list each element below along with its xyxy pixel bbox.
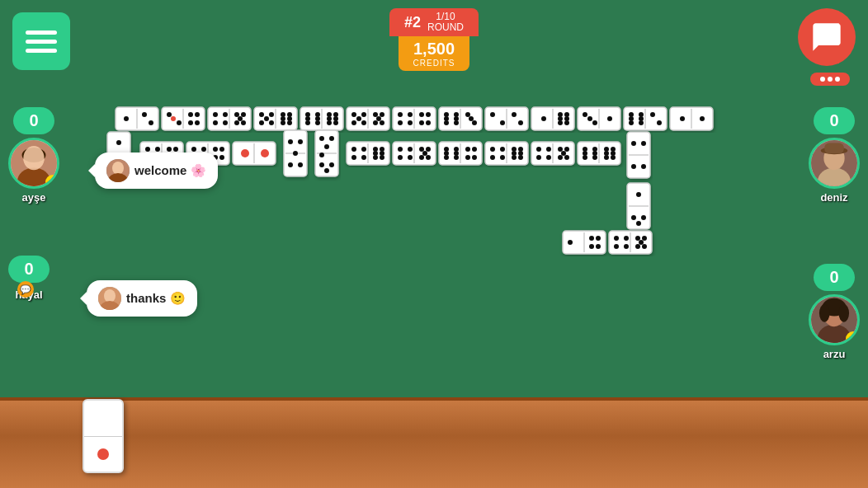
player-arzu: 0 ⭐ arzu bbox=[809, 264, 860, 360]
svg-point-219 bbox=[465, 155, 470, 160]
menu-button[interactable] bbox=[12, 12, 70, 70]
tray-domino-pip bbox=[97, 448, 109, 460]
svg-point-90 bbox=[398, 120, 403, 125]
svg-point-136 bbox=[650, 112, 655, 117]
svg-point-53 bbox=[264, 116, 269, 121]
svg-point-158 bbox=[191, 147, 196, 152]
svg-point-25 bbox=[142, 112, 147, 117]
tray-domino[interactable] bbox=[83, 399, 124, 473]
svg-point-26 bbox=[149, 120, 153, 125]
svg-point-81 bbox=[373, 112, 378, 117]
svg-point-274 bbox=[596, 236, 601, 241]
svg-point-237 bbox=[536, 155, 541, 160]
svg-point-184 bbox=[329, 162, 334, 167]
svg-point-40 bbox=[213, 120, 218, 125]
svg-point-58 bbox=[281, 120, 285, 125]
svg-point-121 bbox=[564, 120, 569, 125]
svg-point-181 bbox=[324, 144, 329, 149]
svg-point-21 bbox=[838, 304, 849, 322]
arzu-avatar: ⭐ bbox=[809, 294, 860, 345]
svg-point-105 bbox=[469, 116, 474, 121]
ayse-name: ayşe bbox=[22, 191, 46, 204]
svg-point-236 bbox=[546, 147, 551, 152]
player-hayal: 0 30 💬 hayal bbox=[8, 256, 50, 301]
svg-point-273 bbox=[589, 236, 594, 241]
svg-point-159 bbox=[201, 147, 206, 152]
svg-point-32 bbox=[188, 112, 193, 117]
svg-point-82 bbox=[380, 112, 384, 117]
credits-value: 1,500 bbox=[413, 40, 455, 59]
svg-point-24 bbox=[124, 116, 129, 121]
svg-point-240 bbox=[564, 147, 569, 152]
deniz-avatar bbox=[809, 138, 860, 189]
svg-point-201 bbox=[408, 147, 413, 152]
svg-point-110 bbox=[500, 120, 505, 125]
svg-point-203 bbox=[408, 155, 413, 160]
svg-point-103 bbox=[454, 120, 459, 125]
dot-2 bbox=[828, 77, 833, 82]
svg-point-179 bbox=[319, 136, 324, 141]
svg-point-279 bbox=[614, 236, 619, 241]
svg-point-276 bbox=[596, 244, 601, 249]
round-text: 1/10 ROUND bbox=[427, 12, 464, 33]
svg-point-215 bbox=[444, 155, 449, 160]
svg-rect-12 bbox=[824, 143, 843, 154]
svg-point-176 bbox=[293, 151, 298, 156]
svg-point-286 bbox=[635, 244, 640, 249]
svg-point-256 bbox=[604, 155, 609, 160]
svg-point-93 bbox=[426, 112, 431, 117]
more-button[interactable] bbox=[810, 73, 850, 86]
svg-point-206 bbox=[422, 151, 427, 156]
menu-bar-3 bbox=[26, 49, 57, 53]
svg-point-84 bbox=[380, 120, 384, 125]
ayse-score: 0 bbox=[13, 107, 54, 134]
round-display: #2 1/10 ROUND 1,500 CREDITS bbox=[389, 8, 479, 71]
svg-point-144 bbox=[116, 140, 121, 145]
dominoes-area bbox=[91, 99, 784, 379]
svg-point-51 bbox=[259, 120, 264, 125]
svg-point-242 bbox=[558, 155, 563, 160]
svg-point-287 bbox=[642, 244, 647, 249]
svg-point-88 bbox=[398, 112, 403, 117]
svg-point-216 bbox=[454, 155, 459, 160]
svg-point-250 bbox=[583, 155, 587, 160]
svg-point-275 bbox=[589, 244, 594, 249]
svg-point-175 bbox=[298, 162, 303, 167]
svg-point-111 bbox=[512, 112, 517, 117]
game-board: #2 1/10 ROUND 1,500 CREDITS 0 bbox=[0, 0, 868, 488]
credits-label: CREDITS bbox=[413, 59, 455, 68]
hayal-chat-icon: 💬 bbox=[17, 281, 34, 298]
svg-point-223 bbox=[490, 147, 495, 152]
svg-point-189 bbox=[361, 147, 366, 152]
svg-point-46 bbox=[241, 120, 246, 125]
svg-point-106 bbox=[472, 120, 477, 125]
svg-point-165 bbox=[219, 155, 224, 160]
svg-point-33 bbox=[195, 112, 200, 117]
ayse-chat-text: welcome 🌸 bbox=[134, 163, 206, 178]
svg-point-67 bbox=[315, 120, 320, 125]
menu-bar-1 bbox=[26, 30, 57, 35]
svg-point-190 bbox=[351, 155, 356, 160]
svg-point-141 bbox=[700, 116, 705, 121]
svg-point-66 bbox=[305, 120, 310, 125]
svg-point-272 bbox=[568, 240, 573, 245]
svg-point-266 bbox=[636, 192, 641, 197]
svg-point-94 bbox=[419, 120, 424, 125]
svg-point-283 bbox=[635, 236, 640, 241]
svg-point-29 bbox=[167, 112, 172, 117]
svg-point-148 bbox=[145, 147, 150, 152]
svg-point-226 bbox=[500, 155, 505, 160]
svg-point-284 bbox=[642, 236, 647, 241]
svg-point-235 bbox=[536, 147, 541, 152]
svg-point-14 bbox=[104, 289, 116, 303]
chat-button[interactable] bbox=[798, 8, 856, 66]
svg-point-260 bbox=[631, 141, 636, 146]
svg-point-281 bbox=[614, 244, 619, 249]
svg-point-42 bbox=[234, 112, 239, 117]
svg-point-208 bbox=[426, 155, 431, 160]
svg-point-59 bbox=[287, 120, 292, 125]
svg-point-257 bbox=[611, 155, 616, 160]
svg-point-135 bbox=[639, 120, 644, 125]
svg-point-30 bbox=[177, 120, 182, 125]
svg-point-115 bbox=[541, 116, 546, 121]
